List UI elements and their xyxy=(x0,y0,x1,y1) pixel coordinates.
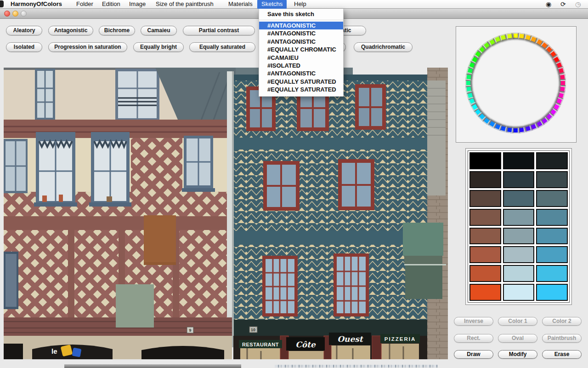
dropdown-item[interactable]: #ISOLATED xyxy=(259,62,343,69)
palette-swatch[interactable] xyxy=(536,246,568,263)
palette-swatch[interactable] xyxy=(536,152,568,169)
palette-swatch[interactable] xyxy=(536,284,568,301)
palette-swatch[interactable] xyxy=(469,228,501,245)
wheel-swatch[interactable] xyxy=(465,86,472,93)
palette-swatch[interactable] xyxy=(536,190,568,207)
color-1-button[interactable]: Color 1 xyxy=(498,317,537,326)
painted-rect-teal-mid[interactable] xyxy=(404,256,442,265)
wheel-swatch[interactable] xyxy=(519,126,526,133)
palette-swatch[interactable] xyxy=(469,246,501,263)
shop-sign-restaurant: RESTAURANT xyxy=(242,342,279,347)
palette-swatch[interactable] xyxy=(503,284,535,301)
record-icon[interactable]: ◉ xyxy=(546,0,551,9)
shop-sign-ouest: Ouest xyxy=(337,334,364,344)
erase-button[interactable]: Erase xyxy=(542,350,582,359)
palette-swatch[interactable] xyxy=(469,209,501,226)
dropdown-item[interactable]: #ANTAGONISTIC xyxy=(259,38,343,46)
harmony-button-equally-bright[interactable]: Equally bright xyxy=(133,42,184,52)
palette-swatch[interactable] xyxy=(503,228,535,245)
palette-swatch[interactable] xyxy=(469,152,501,169)
painted-rect-teal-bottom[interactable] xyxy=(405,265,442,299)
zoom-button[interactable] xyxy=(21,11,27,17)
menubar-item-materials[interactable]: Materials xyxy=(224,0,257,9)
palette-swatch[interactable] xyxy=(536,228,568,245)
dropdown-item[interactable]: #ANTAGONISTIC xyxy=(259,22,343,29)
photo-canvas[interactable]: le 9 RESTAURANT Côte Ouest PIZZERIA 10 xyxy=(4,68,448,359)
history-icon[interactable]: ◷ xyxy=(575,0,581,9)
menubar-item-size-of-the-paintbrush[interactable]: Size of the paintbrush xyxy=(152,0,218,9)
menubar-item-help[interactable]: Help xyxy=(290,0,311,9)
color-2-button[interactable]: Color 2 xyxy=(542,317,582,326)
menu-item-save-sketch[interactable]: Save this sketch xyxy=(259,9,343,19)
sync-icon[interactable]: ⟳ xyxy=(560,0,566,9)
lattice-floor xyxy=(4,230,227,317)
palette-swatch[interactable] xyxy=(469,190,501,207)
upper-left-window xyxy=(35,69,55,120)
app-menu[interactable]: HarmonyOfColors xyxy=(6,0,66,9)
painted-rect-teal-top[interactable] xyxy=(403,223,443,256)
palette-swatch[interactable] xyxy=(503,246,535,263)
minimize-button[interactable] xyxy=(12,11,18,17)
dropdown-item[interactable]: #CAMAIEU xyxy=(259,54,343,62)
harmony-button-quadrichromatic[interactable]: Quadrichromatic xyxy=(354,42,413,52)
wheel-swatch[interactable] xyxy=(506,126,513,133)
menubar-item-folder[interactable]: Folder xyxy=(72,0,97,9)
color-wheel-panel xyxy=(456,26,577,143)
modify-button[interactable]: Modify xyxy=(498,350,537,359)
wheel-swatch[interactable] xyxy=(506,33,513,40)
wheel-swatch[interactable] xyxy=(513,33,519,39)
wheel-swatch[interactable] xyxy=(465,74,472,80)
dropdown-item[interactable]: #ANTAGONISTIC xyxy=(259,29,343,37)
palette-swatch[interactable] xyxy=(503,265,535,282)
harmony-button-bichrome[interactable]: Bichrome xyxy=(99,26,135,35)
harmony-button-antagonistic[interactable]: Antagonistic xyxy=(48,26,93,35)
harmony-button-equally-saturated[interactable]: Equally saturated xyxy=(189,42,255,52)
harmony-button-aleatory[interactable]: Aleatory xyxy=(6,26,42,35)
harmony-button-progression-in-saturation[interactable]: Progression in saturation xyxy=(48,42,127,52)
dropdown-item[interactable]: #EQUALLY CHROMATIC xyxy=(259,46,343,53)
palette-swatch[interactable] xyxy=(503,190,535,207)
palette-swatch[interactable] xyxy=(536,171,568,188)
wheel-swatch[interactable] xyxy=(559,74,566,80)
palette-swatch[interactable] xyxy=(503,171,535,188)
painted-line[interactable] xyxy=(404,264,446,265)
painted-rect-brown[interactable] xyxy=(144,215,176,265)
wheel-swatch[interactable] xyxy=(559,86,566,93)
menubar-item-image[interactable]: Image xyxy=(125,0,150,9)
wheel-swatch[interactable] xyxy=(558,67,565,75)
palette-swatch[interactable] xyxy=(536,209,568,226)
dropdown-item[interactable]: #EQUALLY SATURATED xyxy=(259,86,343,93)
background-window-edge xyxy=(275,365,438,368)
palette-swatch[interactable] xyxy=(536,265,568,282)
paintbrush-button[interactable]: Paintbrush xyxy=(542,334,582,343)
harmony-button-partial-contrast[interactable]: Partial contrast xyxy=(183,26,255,35)
wheel-swatch[interactable] xyxy=(500,34,507,41)
inverse-button[interactable]: Inverse xyxy=(454,317,493,326)
close-button[interactable] xyxy=(4,11,10,17)
dropdown-item[interactable]: #EQUALLY SATURATED xyxy=(259,78,343,86)
rect--button[interactable]: Rect. xyxy=(454,334,493,343)
apple-menu-icon[interactable] xyxy=(0,0,4,7)
wheel-swatch[interactable] xyxy=(560,80,566,86)
wheel-swatch[interactable] xyxy=(513,127,519,133)
menubar-item-sketchs[interactable]: Sketchs xyxy=(257,0,287,9)
palette-swatch[interactable] xyxy=(469,171,501,188)
palette-panel xyxy=(465,148,572,305)
palette-swatch[interactable] xyxy=(503,209,535,226)
painted-rect-sage[interactable] xyxy=(116,284,154,328)
harmony-button-camaieu[interactable]: Camaieu xyxy=(141,26,177,35)
palette-swatch[interactable] xyxy=(469,265,501,282)
blue-window xyxy=(182,136,215,192)
wheel-swatch[interactable] xyxy=(524,125,531,132)
wheel-swatch[interactable] xyxy=(465,80,471,86)
draw-button[interactable]: Draw xyxy=(454,350,493,359)
dropdown-item[interactable]: #ANTAGONISTIC xyxy=(259,69,343,77)
palette-swatch[interactable] xyxy=(469,284,501,301)
menubar-item-edition[interactable]: Edition xyxy=(98,0,124,9)
gothic-window xyxy=(34,132,77,207)
palette-swatch[interactable] xyxy=(503,152,535,169)
harmony-button-isolated[interactable]: Isolated xyxy=(6,42,42,52)
shop-sign-pizzeria: PIZZERIA xyxy=(384,336,416,342)
wheel-swatch[interactable] xyxy=(466,92,474,99)
oval-button[interactable]: Oval xyxy=(498,334,537,343)
